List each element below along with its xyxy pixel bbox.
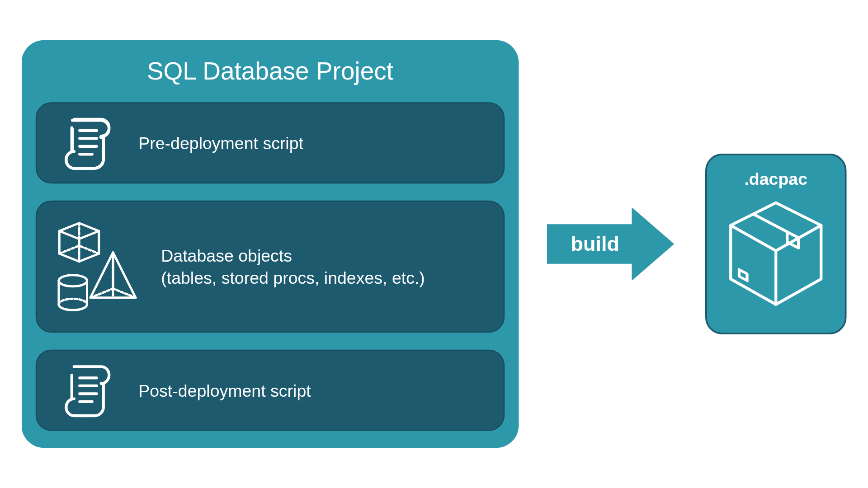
database-objects-label: Database objects (tables, stored procs, …	[161, 244, 425, 289]
script-icon	[57, 362, 119, 418]
svg-point-12	[59, 275, 87, 286]
build-arrow-label: build	[571, 232, 619, 255]
dacpac-card: .dacpac	[705, 154, 847, 334]
build-arrow: build	[547, 205, 677, 284]
post-deployment-section: Post-deployment script	[36, 350, 505, 431]
diagram-stage: SQL Database Project	[22, 40, 847, 448]
package-icon	[725, 197, 827, 310]
post-deployment-label: Post-deployment script	[138, 379, 311, 401]
script-icon	[57, 115, 119, 171]
project-card: SQL Database Project	[22, 40, 519, 448]
shapes-icon	[57, 219, 142, 315]
database-objects-section: Database objects (tables, stored procs, …	[36, 201, 505, 333]
pre-deployment-section: Pre-deployment script	[36, 102, 505, 183]
pre-deployment-label: Pre-deployment script	[138, 132, 303, 154]
project-title: SQL Database Project	[36, 54, 505, 85]
dacpac-label: .dacpac	[744, 169, 807, 189]
svg-rect-22	[739, 270, 747, 281]
